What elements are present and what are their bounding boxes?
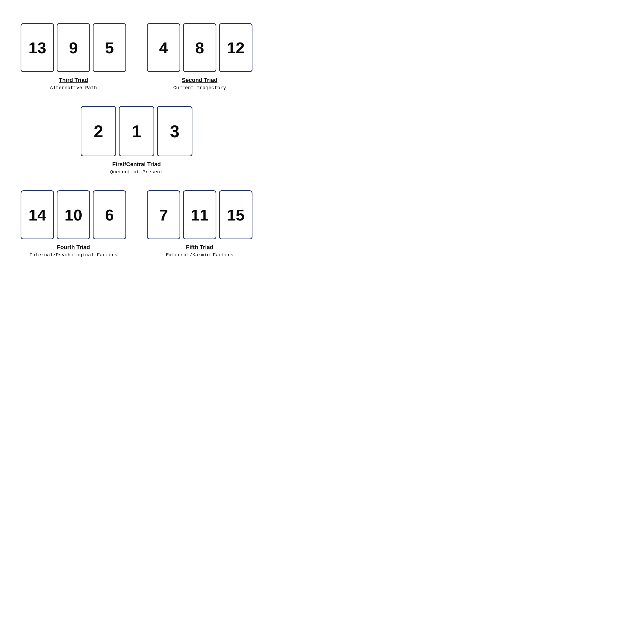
card-number-12: 12 — [227, 39, 245, 57]
card-number-7: 7 — [159, 206, 168, 224]
fifth-triad-section: 7 11 15 Fifth Triad External/Karmic Fact… — [137, 183, 263, 266]
card-5: 5 — [93, 23, 126, 72]
card-15: 15 — [219, 190, 252, 239]
first-triad-cards: 2 1 3 — [81, 106, 192, 156]
card-10: 10 — [57, 190, 90, 239]
first-triad-title: First/Central Triad — [112, 161, 161, 168]
card-8: 8 — [183, 23, 216, 72]
page-container: 13 9 5 Third Triad Alternative Path 4 8 — [0, 0, 273, 281]
second-triad-title: Second Triad — [182, 77, 217, 83]
card-9: 9 — [57, 23, 90, 72]
card-14: 14 — [21, 190, 54, 239]
fourth-triad-title: Fourth Triad — [57, 244, 90, 251]
card-7: 7 — [147, 190, 180, 239]
card-number-4: 4 — [159, 39, 168, 57]
fourth-triad-subtitle: Internal/Psychological Factors — [29, 252, 117, 258]
fourth-triad-section: 14 10 6 Fourth Triad Internal/Psychologi… — [10, 183, 137, 266]
card-number-2: 2 — [94, 122, 103, 141]
card-number-11: 11 — [191, 206, 209, 224]
first-triad-subtitle: Querent at Present — [110, 169, 163, 175]
card-number-5: 5 — [105, 39, 114, 57]
third-triad-title: Third Triad — [59, 77, 88, 83]
third-triad-subtitle: Alternative Path — [50, 85, 97, 91]
fourth-triad-cards: 14 10 6 — [21, 190, 126, 239]
card-11: 11 — [183, 190, 216, 239]
card-12: 12 — [219, 23, 252, 72]
card-4: 4 — [147, 23, 180, 72]
first-triad-section: 2 1 3 First/Central Triad Querent at Pre… — [10, 98, 263, 183]
card-number-13: 13 — [29, 39, 46, 57]
fifth-triad-title: Fifth Triad — [186, 244, 213, 251]
card-number-14: 14 — [29, 206, 46, 224]
third-triad-section: 13 9 5 Third Triad Alternative Path — [10, 15, 137, 98]
second-triad-subtitle: Current Trajectory — [173, 85, 226, 91]
card-number-6: 6 — [105, 206, 114, 224]
second-triad-section: 4 8 12 Second Triad Current Trajectory — [137, 15, 263, 98]
card-number-15: 15 — [227, 206, 245, 224]
card-number-1: 1 — [132, 122, 141, 141]
layout-grid: 13 9 5 Third Triad Alternative Path 4 8 — [10, 15, 263, 266]
card-6: 6 — [93, 190, 126, 239]
card-1: 1 — [119, 106, 154, 156]
card-number-8: 8 — [195, 39, 204, 57]
fifth-triad-subtitle: External/Karmic Factors — [166, 252, 233, 258]
fifth-triad-cards: 7 11 15 — [147, 190, 252, 239]
third-triad-cards: 13 9 5 — [21, 23, 126, 72]
card-13: 13 — [21, 23, 54, 72]
card-number-9: 9 — [69, 39, 78, 57]
card-number-3: 3 — [170, 122, 180, 141]
card-2: 2 — [81, 106, 116, 156]
card-3: 3 — [157, 106, 192, 156]
card-number-10: 10 — [65, 206, 82, 224]
second-triad-cards: 4 8 12 — [147, 23, 252, 72]
